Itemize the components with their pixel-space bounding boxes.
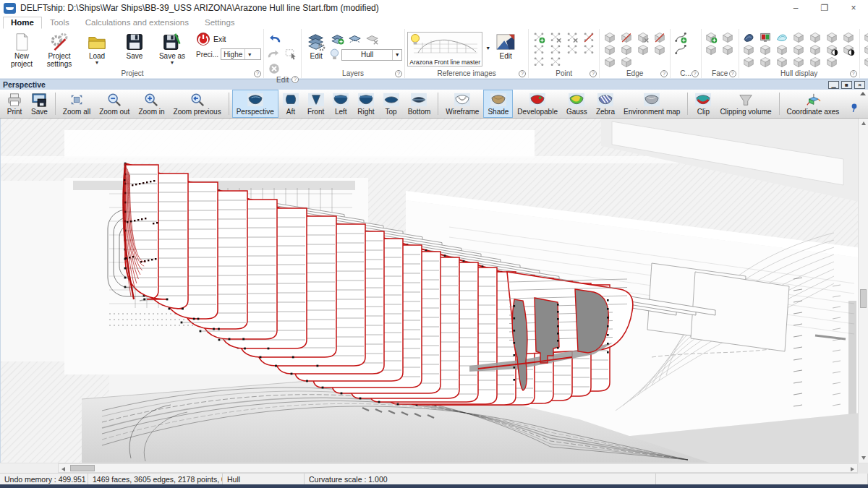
tab-home[interactable]: Home (3, 17, 42, 29)
plate-thickness-icon[interactable] (791, 56, 807, 68)
new-project-button[interactable]: New project (4, 30, 40, 68)
toolbar-button-save[interactable]: Save (27, 90, 52, 118)
edge-split-icon[interactable] (618, 31, 634, 43)
toolbar-button-zoom-previous[interactable]: Zoom previous (169, 90, 226, 118)
toolbar-button-print[interactable]: Print (2, 90, 27, 118)
edge-intersect-icon[interactable] (602, 56, 618, 68)
edge-length-icon[interactable] (618, 56, 634, 68)
point-intersect-remove-icon[interactable] (564, 31, 580, 43)
shadow-icon[interactable] (825, 56, 841, 68)
toolbar-button-right[interactable]: Right (353, 90, 378, 118)
toolbar-button-wireframe[interactable]: Wireframe (441, 90, 483, 118)
point-group-icon[interactable] (548, 56, 563, 68)
face-new-icon[interactable] (704, 31, 720, 43)
edge-crease-icon[interactable] (602, 43, 618, 56)
panel-minimize-button[interactable]: ▁ (828, 81, 839, 89)
minimize-button[interactable]: – (781, 0, 810, 16)
toolbar-button-gauss[interactable]: Gauss (562, 90, 592, 118)
toolbar-button-front[interactable]: Front (303, 90, 328, 118)
panel-close-button[interactable]: × (854, 81, 865, 89)
vertical-scrollbar[interactable] (858, 119, 868, 463)
point-insert-icon[interactable] (581, 31, 597, 43)
point-collapse-icon[interactable] (548, 31, 563, 43)
scroll-left-icon[interactable] (61, 467, 65, 471)
point-add-icon[interactable] (531, 31, 547, 43)
viewport-3d[interactable] (0, 119, 868, 463)
layers-edit-button[interactable]: Edit (304, 30, 328, 61)
delete-button[interactable] (266, 61, 282, 76)
edge-collapse-icon[interactable] (635, 31, 651, 43)
project-settings-button[interactable]: Project settings (41, 30, 77, 68)
help-icon[interactable]: ? (850, 70, 857, 77)
toolbar-button-top[interactable]: Top (379, 90, 404, 118)
frames-down-icon[interactable] (808, 43, 824, 56)
scroll-right-icon[interactable] (851, 467, 854, 471)
scroll-down-icon[interactable] (861, 456, 866, 460)
layer-auto-group-icon[interactable] (347, 32, 363, 46)
edge-insert-icon[interactable] (652, 31, 668, 43)
select-button[interactable] (283, 46, 299, 61)
horizontal-scroll-thumb[interactable] (70, 465, 95, 471)
face-check-icon[interactable] (720, 43, 736, 56)
toolbar-button-clipping-volume[interactable]: Clipping volume (715, 90, 775, 118)
toolbar-button-shade[interactable]: Shade (483, 90, 513, 118)
edge-swap-icon[interactable] (618, 43, 634, 56)
toolbar-button-zoom-out[interactable]: Zoom out (95, 90, 134, 118)
tank-sounding-icon[interactable] (862, 56, 868, 68)
point-move-icon[interactable] (581, 43, 597, 56)
tab-calculations[interactable]: Calculations and extensions (77, 17, 197, 29)
markers-icon[interactable] (758, 43, 774, 56)
curvature-icon[interactable] (775, 31, 791, 43)
flowlines-icon[interactable] (775, 43, 791, 56)
toolbar-button-environment-map[interactable]: Environment map (619, 90, 684, 118)
layer-add-icon[interactable] (330, 32, 346, 46)
precision-dropdown[interactable]: Highe ▼ (221, 48, 261, 60)
toolbar-button-developable[interactable]: Developable (513, 90, 562, 118)
toolbar-button-perspective[interactable]: Perspective (232, 90, 278, 118)
toolbar-collapse-icon[interactable] (860, 92, 866, 95)
help-icon[interactable]: ? (590, 70, 597, 77)
edge-connect-icon[interactable] (652, 43, 668, 56)
save-as-button[interactable]: Save as ▼ (154, 30, 190, 64)
scroll-up-icon[interactable] (861, 121, 866, 125)
toolbar-button-aft[interactable]: Aft (278, 90, 303, 118)
reference-image-edit-button[interactable]: Edit (493, 30, 519, 61)
hydrostatics-grid-icon[interactable] (741, 43, 757, 56)
load-button[interactable]: Load ▼ (79, 30, 115, 64)
toolbar-button-coordinate-axes[interactable]: Coordinate axes (783, 90, 844, 118)
curve-edit-icon[interactable] (673, 43, 689, 56)
waterlines-icon[interactable] (825, 31, 841, 43)
face-mirror-icon[interactable] (704, 43, 720, 56)
point-project-icon[interactable] (531, 43, 547, 56)
save-as-caret[interactable]: ▼ (170, 61, 175, 64)
stations-icon[interactable] (791, 31, 807, 43)
interior-edges-icon[interactable] (758, 31, 774, 43)
mesh-icon[interactable] (741, 56, 757, 68)
tank-1-icon[interactable] (862, 31, 868, 43)
edge-bevel-icon[interactable] (635, 43, 651, 56)
intersections-icon[interactable] (825, 43, 841, 56)
frames-up-icon[interactable] (791, 43, 807, 56)
toolbar-button-left[interactable]: Left (328, 90, 353, 118)
tab-tools[interactable]: Tools (42, 17, 77, 29)
exit-button[interactable]: Exit (196, 32, 226, 46)
control-net-icon[interactable] (741, 31, 757, 43)
features-bw-icon[interactable] (841, 43, 857, 56)
layer-dropdown[interactable]: Hull ▼ (341, 49, 402, 61)
buttocks-icon[interactable] (808, 31, 824, 43)
save-button[interactable]: Save (116, 30, 153, 61)
panels-icon[interactable] (758, 56, 774, 68)
undo-button[interactable] (266, 31, 282, 46)
tab-settings[interactable]: Settings (197, 17, 243, 29)
panel-maximize-button[interactable]: ■ (841, 81, 852, 89)
chevron-down-icon[interactable]: ▼ (485, 46, 490, 51)
toolbar-button-zoom-all[interactable]: Zoom all (59, 90, 95, 118)
help-icon[interactable]: ? (292, 76, 299, 83)
vertical-scroll-thumb[interactable] (860, 289, 867, 308)
toolbar-button-bottom[interactable]: Bottom (404, 90, 435, 118)
redo-button[interactable] (266, 46, 282, 61)
toolbar-button-zoom-in[interactable]: Zoom in (134, 90, 169, 118)
toolbar-button-zebra[interactable]: Zebra (592, 90, 619, 118)
help-icon[interactable]: ? (660, 70, 668, 77)
tank-3-icon[interactable] (862, 43, 868, 56)
